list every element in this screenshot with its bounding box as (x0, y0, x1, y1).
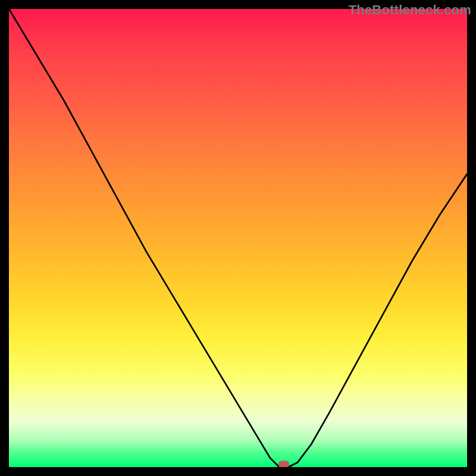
plot-area (9, 9, 467, 467)
optimal-point-marker (278, 461, 289, 467)
chart-svg (9, 9, 467, 467)
watermark-label: TheBottleneck.com (349, 2, 471, 18)
chart-container: TheBottleneck.com (0, 0, 476, 476)
bottleneck-curve (9, 9, 467, 467)
